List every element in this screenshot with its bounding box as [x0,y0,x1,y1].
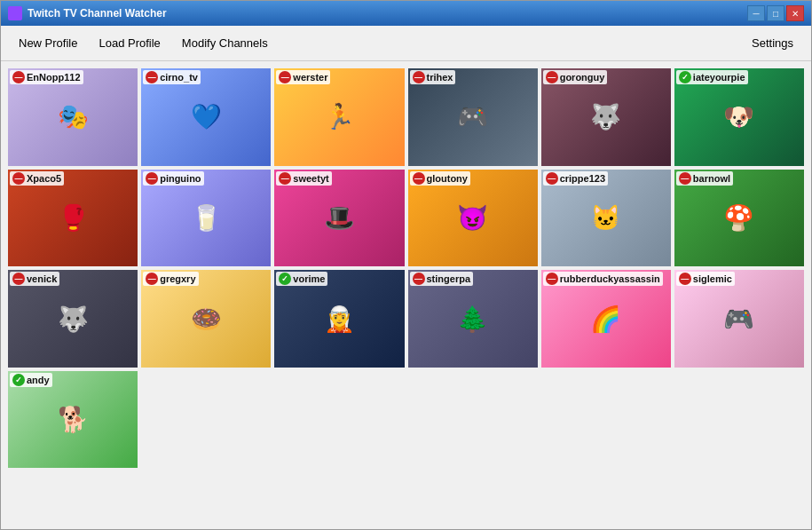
channel-label: — barnowl [676,171,733,186]
channel-label: — trihex [410,70,456,84]
channel-name: Xpaco5 [27,173,61,184]
channel-item[interactable]: 🎮 — trihex [408,68,538,166]
channel-item[interactable]: 🧝 ✓ vorime [274,270,404,368]
maximize-button[interactable]: □ [767,5,784,21]
channel-label: — crippe123 [543,171,608,186]
status-dot: — [413,71,425,83]
channel-name: stingerpa [427,273,471,284]
main-window: Twitch TV Channel Watcher ─ □ ✕ New Prof… [0,0,812,530]
channel-label: — Xpaco5 [10,171,64,186]
channel-item[interactable]: 🥊 — Xpaco5 [8,170,138,267]
channel-label: — EnNopp112 [10,70,83,84]
minimize-button[interactable]: ─ [747,5,765,21]
channel-name: cirno_tv [160,72,198,83]
title-bar: Twitch TV Channel Watcher ─ □ ✕ [1,1,811,26]
status-dot: — [413,273,425,285]
channel-item[interactable]: 🐺 — goronguy [541,68,671,166]
channel-label: — venick [10,272,59,286]
channel-label: ✓ andy [10,373,52,387]
channel-label: — sweetyt [276,171,331,186]
channel-item[interactable]: 🌈 — rubberduckyassassin [541,270,671,368]
new-profile-menu[interactable]: New Profile [8,31,88,55]
status-dot: — [146,273,158,285]
channel-name: venick [27,273,57,284]
channel-item[interactable]: 🌲 — stingerpa [408,270,538,368]
channel-label: — gregxry [143,272,198,286]
status-dot: ✓ [279,273,291,285]
load-profile-menu[interactable]: Load Profile [88,31,170,55]
content-area: 🎭 — EnNopp112 💙 — cirno_tv 🏃 — werster 🎮… [1,61,811,529]
settings-menu[interactable]: Settings [741,31,804,55]
status-dot: ✓ [679,71,691,83]
channel-label: — rubberduckyassassin [543,272,663,286]
channel-label: — pinguino [143,171,203,186]
channel-name: EnNopp112 [27,72,81,83]
close-button[interactable]: ✕ [786,5,804,21]
status-dot: — [279,172,291,185]
channel-label: — goronguy [543,70,608,84]
channel-item[interactable]: 🐕 ✓ andy [8,371,138,469]
window-title: Twitch TV Channel Watcher [28,7,747,20]
channel-name: goronguy [560,72,605,83]
status-dot: — [679,172,691,185]
channel-grid: 🎭 — EnNopp112 💙 — cirno_tv 🏃 — werster 🎮… [8,68,804,468]
channel-item[interactable]: 🐶 ✓ iateyourpie [674,68,804,166]
channel-name: siglemic [693,273,732,284]
channel-label: — stingerpa [410,272,474,286]
channel-label: — cirno_tv [143,70,201,84]
channel-item[interactable]: 🏃 — werster [274,68,404,166]
channel-name: crippe123 [560,173,605,184]
channel-item[interactable]: 😈 — gloutony [408,170,538,267]
channel-label: ✓ vorime [276,272,327,286]
channel-name: trihex [427,72,453,83]
channel-item[interactable]: 🍄 — barnowl [674,170,804,267]
channel-label: — gloutony [410,171,470,186]
channel-name: barnowl [693,173,730,184]
channel-item[interactable]: 🎮 — siglemic [674,270,804,368]
status-dot: — [146,172,158,185]
channel-name: pinguino [160,173,201,184]
status-dot: — [546,172,558,185]
channel-item[interactable]: 🎩 — sweetyt [274,170,404,267]
channel-item[interactable]: 🎭 — EnNopp112 [8,68,138,166]
channel-name: gregxry [160,273,195,284]
modify-channels-menu[interactable]: Modify Channels [171,31,279,55]
channel-name: vorime [293,273,325,284]
channel-name: rubberduckyassassin [560,273,660,284]
status-dot: — [679,273,691,285]
status-dot: — [413,172,425,185]
status-dot: — [12,71,25,83]
status-dot: ✓ [12,374,25,386]
channel-item[interactable]: 🐺 — venick [8,270,138,368]
status-dot: — [546,71,558,83]
status-dot: — [546,273,558,285]
channel-name: gloutony [427,173,468,184]
status-dot: — [12,273,25,285]
channel-name: werster [293,72,327,83]
channel-item[interactable]: 💙 — cirno_tv [141,68,271,166]
channel-item[interactable]: 🐱 — crippe123 [541,170,671,267]
window-controls: ─ □ ✕ [747,5,804,21]
channel-item[interactable]: 🥛 — pinguino [141,170,271,267]
status-dot: — [12,172,25,185]
channel-name: andy [27,375,50,385]
app-icon [8,6,22,20]
channel-name: sweetyt [293,173,328,184]
menu-bar: New Profile Load Profile Modify Channels… [1,26,811,61]
status-dot: — [146,71,158,83]
channel-item[interactable]: 🍩 — gregxry [141,270,271,368]
channel-label: — siglemic [676,272,735,286]
channel-label: ✓ iateyourpie [676,70,748,84]
channel-name: iateyourpie [693,72,745,83]
channel-label: — werster [276,70,330,84]
status-dot: — [279,71,291,83]
